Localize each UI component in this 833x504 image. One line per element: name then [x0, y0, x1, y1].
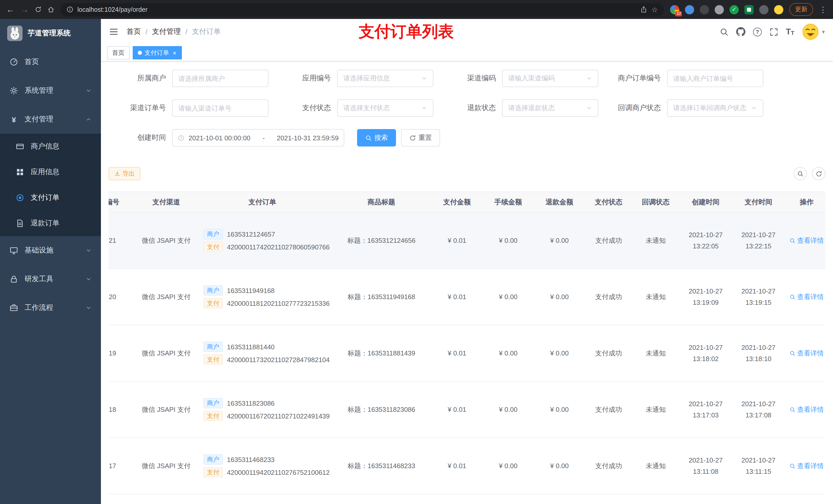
- extension-icon-gray[interactable]: [715, 5, 724, 14]
- view-detail-link[interactable]: 查看详情: [789, 236, 824, 245]
- pay-status-select[interactable]: 请选择支付状态: [337, 99, 433, 117]
- github-icon[interactable]: [736, 27, 745, 37]
- date-end[interactable]: 2021-10-31 23:59:59: [277, 134, 339, 142]
- date-start[interactable]: 2021-10-01 00:00:00: [189, 134, 250, 142]
- breadcrumb-home[interactable]: 首页: [126, 27, 141, 37]
- merchant-input[interactable]: [172, 70, 268, 87]
- filter-channel-order-no: 渠道订单号: [109, 99, 268, 117]
- refresh-button[interactable]: [812, 167, 825, 180]
- sidebar-item-app-info[interactable]: 应用信息: [0, 159, 101, 185]
- sidebar-item-merchant-info[interactable]: 商户信息: [0, 134, 101, 159]
- filter-label: 支付状态: [273, 103, 337, 113]
- tab-home[interactable]: 首页: [107, 46, 129, 59]
- cell-paid: 2021-10-2713:19:15: [732, 269, 785, 325]
- app-id-select[interactable]: 请选择应用信息: [337, 70, 433, 87]
- sidebar-item-payment[interactable]: ¥ 支付管理: [0, 105, 101, 134]
- sidebar-item-infrastructure[interactable]: 基础设施: [0, 236, 101, 265]
- share-icon[interactable]: [641, 6, 647, 13]
- view-detail-label: 查看详情: [797, 349, 824, 358]
- notify-status-select[interactable]: 请选择订单回调商户状态: [667, 99, 763, 117]
- hamburger-icon[interactable]: [109, 27, 118, 37]
- export-button[interactable]: 导出: [109, 167, 140, 180]
- search-button[interactable]: 搜索: [357, 129, 396, 146]
- browser-back-icon[interactable]: ←: [6, 5, 14, 14]
- channel-code-select[interactable]: 请输入渠道编码: [502, 70, 598, 87]
- orders-table-scroll[interactable]: 编号 支付渠道 支付订单 商品标题 支付金额 手续金额 退款金额 支付状态 回调…: [109, 192, 825, 504]
- filter-pay-status: 支付状态 请选择支付状态: [273, 99, 433, 117]
- col-amount: 支付金额: [431, 192, 482, 212]
- time-line: 13:17:03: [681, 409, 730, 421]
- sidebar-item-home[interactable]: 首页: [0, 48, 101, 76]
- help-icon[interactable]: ?: [753, 27, 762, 36]
- site-info-icon[interactable]: [67, 6, 73, 13]
- filter-label: 渠道编码: [438, 74, 502, 83]
- channel-order-no-field[interactable]: [178, 104, 262, 112]
- cell-refund: ¥ 0.00: [534, 325, 585, 381]
- cell-paid: 2021-10-2713:17:08: [732, 381, 785, 438]
- sidebar-item-refund-order[interactable]: 退款订单: [0, 211, 101, 236]
- cell-paid: 2021-10-2713:11:15: [732, 438, 785, 494]
- browser-forward-icon[interactable]: →: [21, 5, 29, 14]
- extension-icon-blue-drop[interactable]: [685, 5, 694, 14]
- url-text[interactable]: localhost:1024/pay/order: [77, 6, 637, 13]
- cell-refund: ¥ 0.00: [534, 269, 585, 325]
- browser-menu-icon[interactable]: ⋮: [819, 5, 827, 14]
- cell-title: [331, 494, 431, 504]
- channel-order-no-input[interactable]: [172, 99, 268, 117]
- merchant-input-field[interactable]: [178, 74, 262, 82]
- active-dot: [138, 51, 142, 55]
- view-detail-link[interactable]: 查看详情: [789, 405, 824, 414]
- bookmark-star-icon[interactable]: ☆: [651, 5, 658, 14]
- view-detail-link[interactable]: 查看详情: [789, 349, 824, 358]
- col-title: 商品标题: [331, 192, 431, 212]
- cell-channel: [139, 494, 193, 504]
- merchant-no: 1635312124657: [227, 230, 275, 238]
- view-detail-link[interactable]: 查看详情: [789, 292, 824, 302]
- address-bar[interactable]: localhost:1024/pay/order ☆: [61, 3, 664, 16]
- merchant-order-no-field[interactable]: [673, 74, 757, 82]
- merchant-tag: 商户: [204, 342, 223, 352]
- breadcrumb-payment[interactable]: 支付管理: [152, 27, 181, 37]
- date-line: 2021-10-27: [681, 230, 730, 240]
- sidebar-item-pay-order[interactable]: 支付订单: [0, 185, 101, 211]
- reset-button[interactable]: 重置: [401, 129, 440, 146]
- cell-channel: 微信 JSAPI 支付: [139, 325, 193, 381]
- fullscreen-icon[interactable]: [769, 27, 778, 36]
- sidebar-item-workflow[interactable]: 工作流程: [0, 293, 101, 322]
- cell-order: 商户1635312124657 支付4200001174202110278060…: [193, 212, 331, 269]
- toggle-search-button[interactable]: [793, 167, 807, 180]
- grid-glyph: [747, 7, 751, 11]
- extension-icon-pinwheel[interactable]: [759, 5, 768, 14]
- filter-label: 创建时间: [109, 133, 172, 142]
- chevron-down-icon: [421, 75, 427, 81]
- user-avatar-menu[interactable]: ▾: [802, 23, 825, 41]
- cell-order: 商户1635311468233 支付4200001194202110276752…: [193, 438, 331, 494]
- browser-update-button[interactable]: 更新: [789, 3, 813, 16]
- browser-reload-icon[interactable]: [35, 6, 42, 13]
- sidebar-logo[interactable]: 芋道管理系统: [0, 19, 101, 48]
- browser-home-icon[interactable]: [48, 6, 54, 13]
- sidebar-item-system[interactable]: 系统管理: [0, 76, 101, 105]
- merchant-tag: 商户: [204, 285, 223, 295]
- extension-icon-dark[interactable]: [700, 5, 709, 14]
- cell-notify: 未通知: [632, 212, 679, 269]
- filter-notify-status: 回调商户状态 请选择订单回调商户状态: [603, 99, 763, 117]
- tab-close-icon[interactable]: ×: [173, 49, 176, 56]
- extension-icon-green-square[interactable]: [744, 5, 754, 14]
- search-icon[interactable]: [720, 27, 729, 36]
- tab-pay-order[interactable]: 支付订单 ×: [133, 46, 182, 59]
- extension-icon-green-check[interactable]: ✓: [730, 5, 739, 14]
- merchant-order-no-input[interactable]: [667, 70, 763, 87]
- sidebar-item-dev-tools[interactable]: 研发工具: [0, 265, 101, 293]
- date-range-picker[interactable]: 2021-10-01 00:00:00 - 2021-10-31 23:59:5…: [172, 129, 344, 146]
- date-line: 2021-10-27: [681, 342, 730, 353]
- gear-icon: [9, 87, 19, 95]
- filter-label: 渠道订单号: [109, 103, 172, 113]
- extension-icon-colorful[interactable]: 10: [670, 5, 679, 14]
- font-size-large-glyph: T: [786, 28, 791, 36]
- view-detail-link[interactable]: 查看详情: [789, 461, 824, 471]
- font-size-icon[interactable]: TT: [786, 28, 794, 36]
- breadcrumb-current: 支付订单: [192, 27, 221, 37]
- extension-icon-emoji[interactable]: [774, 5, 783, 14]
- refund-status-select[interactable]: 请选择退款状态: [502, 99, 598, 117]
